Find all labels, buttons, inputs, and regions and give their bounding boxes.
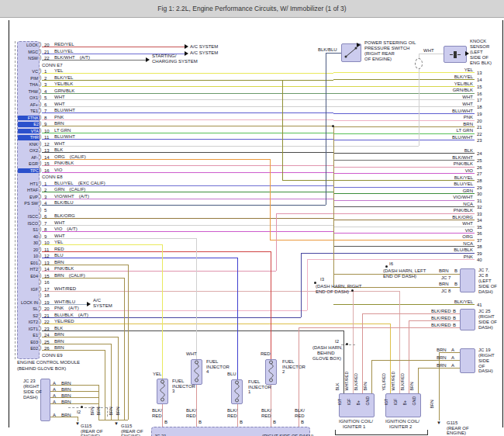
wire-color-label: GRN (CALIF) — [54, 187, 85, 192]
pin-number: 22 — [44, 320, 50, 325]
pin-stub: ) — [40, 194, 41, 199]
wire-color-label: WHT — [54, 102, 65, 107]
label: BLK/RED — [431, 316, 451, 321]
right-wire-label: BLK/YEL — [403, 175, 473, 181]
wire-segment — [42, 133, 333, 133]
right-pin-number: 40 — [477, 258, 482, 263]
pin-stub: ) — [40, 161, 41, 166]
label: BRN — [437, 355, 447, 361]
label: B — [453, 323, 456, 328]
ecm-pin-name: 10 — [18, 254, 38, 259]
diagram-canvas: ▼ ▼ ▼ LOCK)20RED/YELMGC)21BLU/YELNSW)22B… — [0, 18, 504, 436]
wire-segment — [68, 407, 107, 408]
pin-number: 26 — [44, 346, 50, 351]
right-pin-number: 33 — [477, 212, 482, 217]
right-wire-label: BLK/WHT — [403, 155, 473, 161]
wire-segment — [128, 265, 129, 420]
right-pin-number: 35 — [477, 225, 482, 230]
ecm-pin-name: TE1 — [18, 109, 38, 114]
wire-segment — [42, 218, 333, 219]
label: IGNITER 1 — [343, 424, 365, 430]
ecm-pin-name: ISCO — [18, 221, 38, 227]
pin-number: 11 — [44, 135, 49, 140]
pin-number: 4 — [44, 201, 47, 206]
wire-color-label: YEL — [54, 68, 63, 74]
label: B — [301, 420, 304, 425]
rotated-label: YEL/RED — [382, 372, 387, 390]
ecm-pin-name: THR — [18, 135, 40, 140]
wire-segment — [42, 93, 333, 94]
pin-stub: ) — [40, 134, 41, 140]
rotated-label: IGF — [347, 398, 352, 405]
label: JC 8 — [478, 273, 488, 279]
pin-number: 25 — [44, 340, 50, 345]
label: B — [240, 420, 243, 425]
wire-segment — [42, 251, 271, 252]
right-pin-number: 26 — [477, 165, 482, 171]
right-frame-line — [502, 20, 503, 427]
label: ENG BLK) — [470, 61, 492, 66]
label: A/C SYSTEM — [190, 50, 218, 56]
pin-stub: ) — [40, 292, 41, 298]
pin-number: 4 — [44, 89, 47, 95]
junction-dot — [385, 265, 388, 268]
wire-segment — [42, 152, 333, 153]
pin-number: 18 — [44, 293, 50, 299]
wire-color-label: BLU/YEL — [54, 49, 74, 54]
pin-number: 5 — [44, 208, 47, 213]
pin-stub: ) — [40, 286, 41, 292]
arrow-icon — [146, 57, 150, 62]
right-pin-number: 34 — [477, 218, 482, 223]
rotated-label: IGF — [394, 398, 399, 405]
right-pin-number: 22 — [477, 132, 482, 137]
pin-stub: ) — [40, 49, 41, 54]
wire-color-label: PNK — [54, 115, 64, 120]
right-wire-label: BLK/YEL — [403, 74, 473, 80]
pin-number: 7 — [44, 109, 47, 114]
wire-segment — [50, 385, 98, 386]
right-pin-number: 15 — [477, 85, 482, 90]
ecm-pin-name: 40 — [18, 234, 38, 240]
pin-stub: ) — [40, 253, 41, 258]
label: B — [453, 316, 456, 321]
label: IGNITION COIL/ — [385, 419, 419, 424]
label: BRN — [61, 387, 71, 393]
label: INJECTOR — [282, 365, 306, 370]
label: I6 — [389, 261, 393, 267]
wire-segment — [418, 368, 419, 393]
wire-segment — [42, 165, 333, 166]
label: 3 — [172, 389, 174, 394]
label: A — [53, 387, 56, 393]
ecm-pin-name: IGT1 — [18, 327, 38, 332]
right-pin-number: 23 — [477, 138, 482, 144]
ecm-pin-name: NSW — [18, 56, 38, 61]
jc7-jc8-connector — [460, 268, 475, 292]
label: A/C SYSTEM — [190, 44, 218, 50]
pin-number: 15 — [44, 274, 50, 279]
ecm-pin-name: EVP — [18, 195, 38, 200]
pin-stub: ) — [40, 319, 41, 324]
right-pin-number: 18 — [477, 105, 482, 110]
ecm-pin-name: S2 — [18, 313, 38, 319]
pin-stub: ) — [40, 213, 41, 219]
arrow-icon — [465, 51, 469, 56]
label: 1 — [248, 389, 250, 395]
pin-number: 19 — [44, 300, 50, 306]
pin-stub: ) — [40, 81, 41, 87]
label: END OF DASH) — [316, 289, 349, 295]
pin-number: 16 — [44, 280, 50, 285]
pin-number: 8 — [44, 227, 47, 233]
wire-segment — [42, 192, 333, 192]
label: B — [198, 420, 202, 425]
label: DASH) — [478, 289, 493, 295]
pin-stub: ) — [40, 154, 41, 160]
junction-dot — [346, 343, 348, 345]
wire-color-label: YEL/BLK — [54, 81, 73, 87]
wire-segment — [419, 54, 444, 54]
ecm-pin-name: KNK — [18, 142, 38, 147]
ecm-pin-name: AF+ — [18, 102, 38, 108]
pin-number: 2 — [44, 76, 47, 81]
wire-segment — [98, 420, 128, 420]
pin-number: 10 — [44, 129, 50, 134]
label: RED — [261, 351, 271, 357]
